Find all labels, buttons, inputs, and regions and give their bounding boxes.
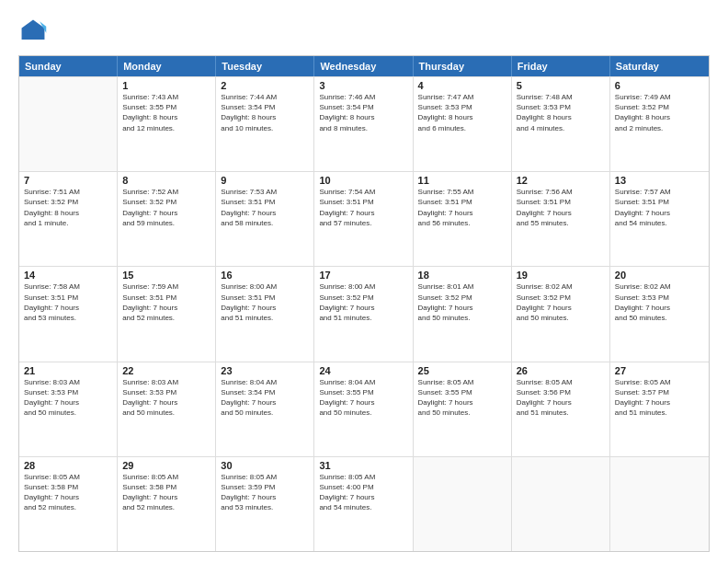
day-cell-14: 14Sunrise: 7:58 AM Sunset: 3:51 PM Dayli… [19, 267, 118, 361]
empty-cell [19, 77, 118, 171]
day-header-wednesday: Wednesday [314, 56, 413, 76]
day-number: 25 [418, 365, 506, 376]
calendar-body: 1Sunrise: 7:43 AM Sunset: 3:55 PM Daylig… [19, 76, 709, 551]
day-cell-20: 20Sunrise: 8:02 AM Sunset: 3:53 PM Dayli… [610, 267, 709, 361]
day-header-sunday: Sunday [19, 56, 118, 76]
day-info: Sunrise: 7:54 AM Sunset: 3:51 PM Dayligh… [319, 187, 407, 228]
day-cell-29: 29Sunrise: 8:05 AM Sunset: 3:58 PM Dayli… [118, 457, 216, 551]
day-header-thursday: Thursday [414, 56, 512, 76]
day-cell-26: 26Sunrise: 8:05 AM Sunset: 3:56 PM Dayli… [512, 362, 610, 456]
day-info: Sunrise: 8:05 AM Sunset: 4:00 PM Dayligh… [319, 472, 407, 513]
day-number: 11 [418, 175, 506, 186]
day-number: 24 [319, 365, 407, 376]
empty-cell [414, 457, 512, 551]
day-info: Sunrise: 8:03 AM Sunset: 3:53 PM Dayligh… [122, 377, 210, 419]
day-info: Sunrise: 8:02 AM Sunset: 3:53 PM Dayligh… [615, 282, 704, 323]
empty-cell [610, 457, 709, 551]
day-number: 10 [319, 175, 407, 186]
day-number: 12 [517, 175, 605, 186]
day-header-friday: Friday [512, 56, 610, 76]
calendar-row-3: 14Sunrise: 7:58 AM Sunset: 3:51 PM Dayli… [19, 266, 709, 361]
day-header-saturday: Saturday [610, 56, 709, 76]
day-number: 7 [24, 175, 112, 186]
day-number: 21 [24, 365, 112, 376]
header [18, 17, 710, 46]
day-info: Sunrise: 7:58 AM Sunset: 3:51 PM Dayligh… [24, 282, 112, 323]
day-cell-1: 1Sunrise: 7:43 AM Sunset: 3:55 PM Daylig… [118, 77, 216, 171]
day-number: 22 [122, 365, 210, 376]
day-info: Sunrise: 7:56 AM Sunset: 3:51 PM Dayligh… [517, 187, 605, 228]
day-info: Sunrise: 7:44 AM Sunset: 3:54 PM Dayligh… [221, 92, 309, 133]
day-cell-31: 31Sunrise: 8:05 AM Sunset: 4:00 PM Dayli… [314, 457, 413, 551]
day-info: Sunrise: 7:53 AM Sunset: 3:51 PM Dayligh… [221, 187, 309, 228]
day-info: Sunrise: 8:05 AM Sunset: 3:57 PM Dayligh… [615, 377, 704, 419]
day-info: Sunrise: 8:03 AM Sunset: 3:53 PM Dayligh… [24, 377, 112, 419]
day-number: 4 [418, 80, 506, 91]
day-info: Sunrise: 7:55 AM Sunset: 3:51 PM Dayligh… [418, 187, 506, 228]
day-number: 15 [122, 270, 210, 281]
day-info: Sunrise: 7:51 AM Sunset: 3:52 PM Dayligh… [24, 187, 112, 228]
day-cell-15: 15Sunrise: 7:59 AM Sunset: 3:51 PM Dayli… [118, 267, 216, 361]
day-number: 18 [418, 270, 506, 281]
day-number: 13 [615, 175, 704, 186]
day-cell-12: 12Sunrise: 7:56 AM Sunset: 3:51 PM Dayli… [512, 172, 610, 266]
day-info: Sunrise: 7:48 AM Sunset: 3:53 PM Dayligh… [517, 92, 605, 133]
calendar: SundayMondayTuesdayWednesdayThursdayFrid… [18, 55, 710, 552]
calendar-row-1: 1Sunrise: 7:43 AM Sunset: 3:55 PM Daylig… [19, 76, 709, 171]
empty-cell [512, 457, 610, 551]
day-info: Sunrise: 8:04 AM Sunset: 3:55 PM Dayligh… [319, 377, 407, 419]
day-number: 20 [615, 270, 704, 281]
day-cell-7: 7Sunrise: 7:51 AM Sunset: 3:52 PM Daylig… [19, 172, 118, 266]
day-info: Sunrise: 7:49 AM Sunset: 3:52 PM Dayligh… [615, 92, 704, 133]
day-number: 2 [221, 80, 309, 91]
day-cell-30: 30Sunrise: 8:05 AM Sunset: 3:59 PM Dayli… [216, 457, 314, 551]
day-cell-10: 10Sunrise: 7:54 AM Sunset: 3:51 PM Dayli… [314, 172, 413, 266]
calendar-row-5: 28Sunrise: 8:05 AM Sunset: 3:58 PM Dayli… [19, 456, 709, 551]
day-info: Sunrise: 8:00 AM Sunset: 3:52 PM Dayligh… [319, 282, 407, 323]
day-number: 3 [319, 80, 407, 91]
day-number: 19 [517, 270, 605, 281]
day-cell-8: 8Sunrise: 7:52 AM Sunset: 3:52 PM Daylig… [118, 172, 216, 266]
calendar-row-2: 7Sunrise: 7:51 AM Sunset: 3:52 PM Daylig… [19, 171, 709, 266]
day-number: 9 [221, 175, 309, 186]
day-number: 6 [615, 80, 704, 91]
day-cell-28: 28Sunrise: 8:05 AM Sunset: 3:58 PM Dayli… [19, 457, 118, 551]
day-cell-6: 6Sunrise: 7:49 AM Sunset: 3:52 PM Daylig… [610, 77, 709, 171]
page: SundayMondayTuesdayWednesdayThursdayFrid… [0, 0, 728, 563]
logo [18, 17, 51, 46]
day-cell-18: 18Sunrise: 8:01 AM Sunset: 3:52 PM Dayli… [414, 267, 512, 361]
day-number: 31 [319, 460, 407, 471]
day-cell-21: 21Sunrise: 8:03 AM Sunset: 3:53 PM Dayli… [19, 362, 118, 456]
day-info: Sunrise: 8:05 AM Sunset: 3:58 PM Dayligh… [24, 472, 112, 513]
day-info: Sunrise: 8:05 AM Sunset: 3:59 PM Dayligh… [221, 472, 309, 513]
day-info: Sunrise: 8:02 AM Sunset: 3:52 PM Dayligh… [517, 282, 605, 323]
day-number: 29 [122, 460, 210, 471]
day-cell-24: 24Sunrise: 8:04 AM Sunset: 3:55 PM Dayli… [314, 362, 413, 456]
day-header-tuesday: Tuesday [216, 56, 314, 76]
day-info: Sunrise: 8:04 AM Sunset: 3:54 PM Dayligh… [221, 377, 309, 419]
day-number: 1 [122, 80, 210, 91]
calendar-row-4: 21Sunrise: 8:03 AM Sunset: 3:53 PM Dayli… [19, 362, 709, 456]
day-cell-25: 25Sunrise: 8:05 AM Sunset: 3:55 PM Dayli… [414, 362, 512, 456]
day-cell-16: 16Sunrise: 8:00 AM Sunset: 3:51 PM Dayli… [216, 267, 314, 361]
day-info: Sunrise: 7:57 AM Sunset: 3:51 PM Dayligh… [615, 187, 704, 228]
day-cell-4: 4Sunrise: 7:47 AM Sunset: 3:53 PM Daylig… [414, 77, 512, 171]
day-number: 23 [221, 365, 309, 376]
logo-icon [18, 17, 48, 46]
day-info: Sunrise: 8:05 AM Sunset: 3:55 PM Dayligh… [418, 377, 506, 419]
day-info: Sunrise: 7:47 AM Sunset: 3:53 PM Dayligh… [418, 92, 506, 133]
day-info: Sunrise: 7:59 AM Sunset: 3:51 PM Dayligh… [122, 282, 210, 323]
day-cell-9: 9Sunrise: 7:53 AM Sunset: 3:51 PM Daylig… [216, 172, 314, 266]
day-info: Sunrise: 8:05 AM Sunset: 3:58 PM Dayligh… [122, 472, 210, 513]
day-number: 14 [24, 270, 112, 281]
day-header-monday: Monday [118, 56, 216, 76]
day-cell-27: 27Sunrise: 8:05 AM Sunset: 3:57 PM Dayli… [610, 362, 709, 456]
day-number: 17 [319, 270, 407, 281]
day-cell-5: 5Sunrise: 7:48 AM Sunset: 3:53 PM Daylig… [512, 77, 610, 171]
day-number: 16 [221, 270, 309, 281]
day-cell-2: 2Sunrise: 7:44 AM Sunset: 3:54 PM Daylig… [216, 77, 314, 171]
calendar-header: SundayMondayTuesdayWednesdayThursdayFrid… [19, 56, 709, 76]
day-number: 30 [221, 460, 309, 471]
day-info: Sunrise: 8:00 AM Sunset: 3:51 PM Dayligh… [221, 282, 309, 323]
day-number: 27 [615, 365, 704, 376]
